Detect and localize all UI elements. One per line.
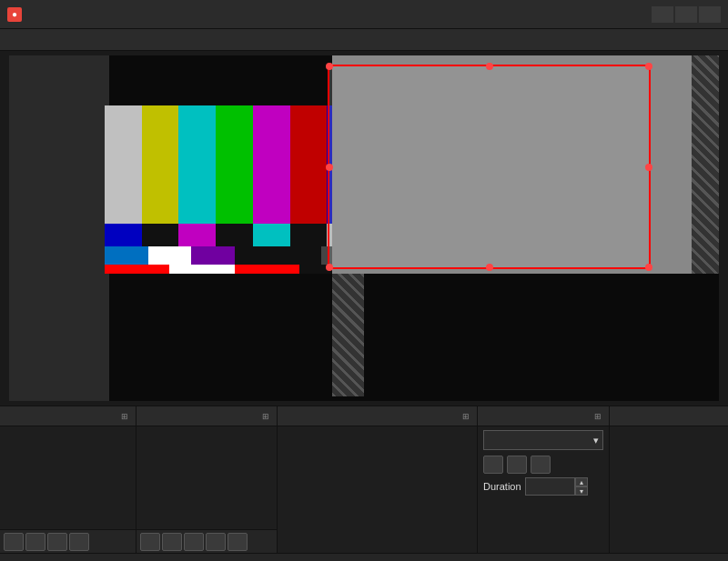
audio-mixer-panel: ⊞ xyxy=(278,406,478,553)
handle-br[interactable] xyxy=(645,264,652,271)
audio-mixer-icon: ⊞ xyxy=(462,412,470,421)
scenes-list xyxy=(0,426,136,529)
sources-panel-header: ⊞ xyxy=(136,406,277,426)
handle-mr[interactable] xyxy=(645,164,652,171)
sources-remove-button[interactable] xyxy=(162,533,182,551)
selected-source-overlay[interactable] xyxy=(328,65,651,269)
sources-list xyxy=(136,426,277,529)
sources-toolbar xyxy=(136,529,277,553)
scenes-add-button[interactable] xyxy=(4,533,24,551)
title-bar: ● xyxy=(0,0,728,29)
window-controls xyxy=(652,6,721,23)
controls-list xyxy=(610,426,728,434)
scenes-toolbar xyxy=(0,529,136,553)
duration-input[interactable] xyxy=(525,477,575,496)
scenes-panel: ⊞ xyxy=(0,406,136,553)
sources-add-button[interactable] xyxy=(140,533,160,551)
menu-bar xyxy=(0,29,728,51)
scenes-down-button[interactable] xyxy=(69,533,89,551)
handle-tl[interactable] xyxy=(326,63,333,70)
sources-down-button[interactable] xyxy=(228,533,248,551)
stripe-right xyxy=(692,55,719,274)
minimize-button[interactable] xyxy=(652,6,673,23)
handle-bc[interactable] xyxy=(486,264,493,271)
scenes-panel-icon: ⊞ xyxy=(121,412,128,421)
transition-add-button[interactable] xyxy=(483,456,503,474)
sources-panel-icon: ⊞ xyxy=(262,412,269,421)
close-button[interactable] xyxy=(699,6,721,23)
duration-spin: ▴ ▾ xyxy=(575,477,588,496)
handle-ml[interactable] xyxy=(326,164,333,171)
duration-row: Duration ▴ ▾ xyxy=(478,476,609,497)
bottom-area: ⊞ ⊞ xyxy=(0,406,728,561)
scenes-up-button[interactable] xyxy=(47,533,67,551)
handle-bl[interactable] xyxy=(326,264,333,271)
controls-panel xyxy=(610,406,728,553)
transition-settings-button[interactable] xyxy=(531,456,551,474)
sources-settings-button[interactable] xyxy=(184,533,204,551)
audio-mixer-header: ⊞ xyxy=(278,406,477,426)
app-icon: ● xyxy=(7,7,22,22)
handle-tc[interactable] xyxy=(486,63,493,70)
duration-label: Duration xyxy=(483,481,521,492)
scenes-remove-button[interactable] xyxy=(25,533,46,551)
color-bars xyxy=(105,105,364,274)
transition-chevron-icon: ▾ xyxy=(593,435,599,446)
transitions-panel: ⊞ ▾ Duration ▴ ▾ xyxy=(478,406,610,553)
transitions-icon: ⊞ xyxy=(594,412,602,421)
transitions-header: ⊞ xyxy=(478,406,609,426)
scenes-panel-header: ⊞ xyxy=(0,406,136,426)
transition-remove-button[interactable] xyxy=(507,456,527,474)
preview-area xyxy=(0,51,728,406)
maximize-button[interactable] xyxy=(675,6,697,23)
controls-header xyxy=(610,406,728,426)
duration-up[interactable]: ▴ xyxy=(575,477,588,486)
status-bar xyxy=(0,553,728,561)
duration-down[interactable]: ▾ xyxy=(575,486,588,496)
panels-row: ⊞ ⊞ xyxy=(0,406,728,553)
transition-select[interactable]: ▾ xyxy=(483,430,603,450)
preview-gray-left xyxy=(9,55,109,401)
sources-panel: ⊞ xyxy=(136,406,278,553)
sources-up-button[interactable] xyxy=(206,533,226,551)
transition-toolbar xyxy=(478,454,609,476)
handle-tr[interactable] xyxy=(645,63,652,70)
